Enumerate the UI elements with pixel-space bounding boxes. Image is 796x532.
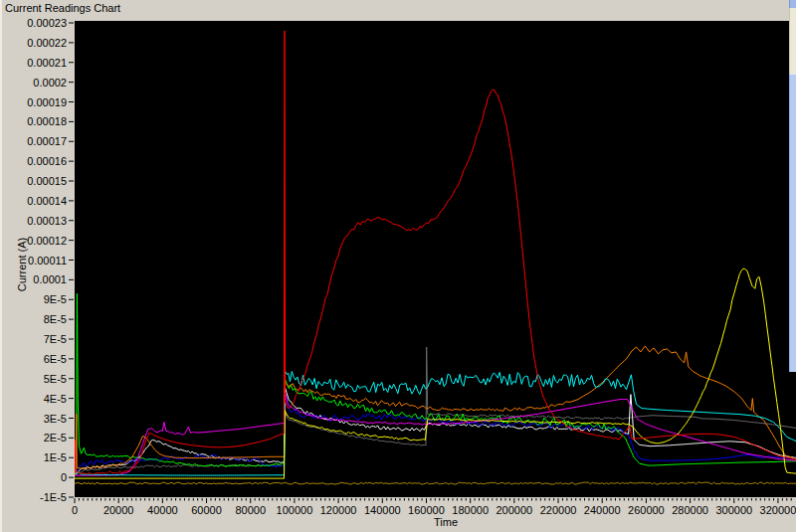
x-tick-label: 280000 xyxy=(672,504,708,516)
x-tick-label: 120000 xyxy=(320,504,357,516)
y-tick-label: 3E-5 xyxy=(44,413,67,425)
y-tick-label: 0.00016 xyxy=(27,155,67,167)
x-tick-label: 0 xyxy=(72,504,78,516)
x-tick-label: 160000 xyxy=(408,504,445,516)
y-tick-label: 1E-5 xyxy=(44,451,67,463)
x-tick-label: 220000 xyxy=(540,504,577,516)
y-tick-label: 8E-5 xyxy=(44,313,67,325)
y-tick-label: 7E-5 xyxy=(44,333,67,345)
y-tick-label: 2E-5 xyxy=(44,432,67,443)
y-tick-label: 0.00018 xyxy=(27,115,67,127)
x-tick-label: 100000 xyxy=(277,504,313,516)
x-tick-label: 320000 xyxy=(760,504,796,516)
y-tick-label: 0.0001 xyxy=(33,273,67,285)
y-tick-label: 0.00022 xyxy=(27,37,67,49)
x-tick-label: 60000 xyxy=(191,504,222,516)
x-tick-label: 300000 xyxy=(715,504,752,516)
y-tick-label: 0.00015 xyxy=(27,175,67,187)
y-tick-label: 0.00011 xyxy=(28,255,67,266)
y-tick-label: 9E-5 xyxy=(44,293,67,305)
y-tick-label: 0.00023 xyxy=(27,17,67,29)
background-window-scrollbar-track[interactable] xyxy=(789,8,796,74)
y-tick-label: 5E-5 xyxy=(44,373,67,385)
background-window-scrollbar-thumb[interactable] xyxy=(789,74,796,372)
y-tick-label: 0.00021 xyxy=(27,57,67,69)
y-tick-label: 0.00013 xyxy=(27,215,67,227)
chart-canvas: 0.000230.000220.000210.00020.000190.0001… xyxy=(0,0,796,532)
y-tick-label: 0.0002 xyxy=(33,77,67,89)
y-tick-label: 0.00012 xyxy=(27,235,67,247)
x-tick-label: 40000 xyxy=(147,504,178,516)
x-axis-label: Time xyxy=(434,516,458,528)
background-window-scrollbar-button[interactable] xyxy=(789,0,796,8)
y-tick-label: 0.00014 xyxy=(27,195,67,207)
y-tick-label: 6E-5 xyxy=(44,353,67,365)
x-tick-label: 240000 xyxy=(584,504,621,516)
plot-area xyxy=(75,21,796,497)
y-tick-label: 0.00019 xyxy=(27,96,67,108)
x-tick-label: 140000 xyxy=(364,504,401,516)
y-tick-label: 0.00017 xyxy=(27,135,67,147)
x-tick-label: 260000 xyxy=(628,504,665,516)
x-tick-label: 200000 xyxy=(496,504,532,516)
x-tick-label: 80000 xyxy=(235,504,266,516)
x-tick-label: 180000 xyxy=(452,504,489,516)
y-tick-label: 0 xyxy=(61,471,67,483)
x-tick-label: 20000 xyxy=(103,504,134,516)
y-tick-label: 4E-5 xyxy=(44,393,67,405)
y-tick-label: -1E-5 xyxy=(40,491,67,503)
